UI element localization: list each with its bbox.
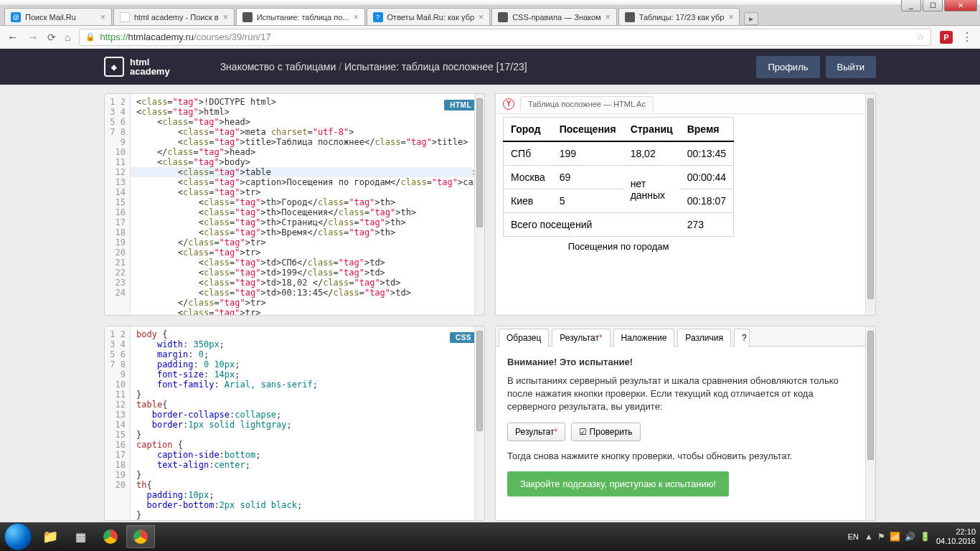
table-cell: 273 [680,213,734,237]
table-cell: 00:18:07 [680,189,734,213]
back-button[interactable]: ← [7,31,19,44]
window-maximize-button[interactable]: ☐ [923,0,943,11]
browser-tab-active[interactable]: Испытание: таблица по... × [236,8,365,25]
address-bar[interactable]: 🔒 https://htmlacademy.ru/courses/39/run/… [79,29,931,46]
css-editor-panel: CSS 1 2 3 4 5 6 7 8 9 10 11 12 13 14 15 … [104,326,485,521]
browser-tab[interactable]: html academy - Поиск в × [113,8,235,25]
alert-title: Внимание! Это испытание! [507,357,864,367]
close-icon[interactable]: × [606,12,611,22]
tray-icon[interactable]: ▲ [864,532,873,542]
table-cell: 199 [552,141,623,166]
tray-icons[interactable]: ▲ ⚑ 📶 🔊 🔋 [864,532,930,542]
favicon [242,12,253,22]
alert-body2: Тогда снова нажмите кнопку проверки, что… [507,450,864,463]
html-badge: HTML [444,100,477,110]
tab-title: Поиск Mail.Ru [25,13,76,22]
bookmark-star-icon[interactable]: ☆ [916,32,925,42]
code-area[interactable]: <class="tag">!DOCTYPE html> <class="tag"… [131,94,484,315]
html-editor[interactable]: 1 2 3 4 5 6 7 8 9 10 11 12 13 14 15 16 1… [105,94,484,315]
tab-title: Испытание: таблица по... [257,13,349,22]
css-editor[interactable]: 1 2 3 4 5 6 7 8 9 10 11 12 13 14 15 16 1… [105,326,484,520]
forward-button[interactable]: → [27,31,39,44]
close-icon[interactable]: × [479,12,484,22]
battery-icon[interactable]: 🔋 [920,532,930,542]
preview-body: ГородПосещенияСтраницВремя СПб19918,0200… [496,117,875,256]
breadcrumb: Знакомство с таблицами / Испытание: табл… [220,61,527,72]
url-host: htmlacademy.ru [128,32,194,42]
table-cell: Всего посещений [504,213,680,237]
home-button[interactable]: ⌂ [65,32,70,43]
breadcrumb-course[interactable]: Знакомство с таблицами [220,61,336,72]
close-icon[interactable]: × [223,12,228,22]
system-clock[interactable]: 22:10 04.10.2016 [936,527,976,546]
table-header: Страниц [623,118,680,142]
site-header: ◈ html academy Знакомство с таблицами / … [0,49,980,85]
close-hint-button[interactable]: Закройте подсказку, приступаю к испытани… [507,471,729,496]
close-icon[interactable]: × [728,12,733,22]
browser-menu-icon[interactable]: ⋮ [961,30,973,44]
reload-button[interactable]: ⟳ [47,32,56,43]
taskbar-chrome[interactable] [96,525,125,548]
line-gutter: 1 2 3 4 5 6 7 8 9 10 11 12 13 14 15 16 1… [105,94,131,315]
preview-tab-title: Таблица посложнее — HTML Ac [520,96,654,111]
taskbar-app[interactable]: ▦ [66,525,95,548]
code-area[interactable]: body { width: 350px; margin: 0; padding:… [131,326,484,520]
close-icon[interactable]: × [100,12,105,22]
table-cell: 00:13:45 [680,141,734,166]
browser-tab[interactable]: Таблицы: 17/23 как убр × [618,8,740,25]
flag-icon[interactable]: ⚑ [877,532,885,542]
scrollbar[interactable] [865,94,875,315]
taskbar-explorer[interactable]: 📁 [36,525,65,548]
tab-title: Ответы Mail.Ru: как убр [387,13,475,22]
scrollbar[interactable] [865,326,875,520]
lock-icon: 🔒 [85,32,95,42]
browser-tab-strip: @ Поиск Mail.Ru × html academy - Поиск в… [0,6,980,26]
close-icon[interactable]: × [354,12,359,22]
html-editor-panel: HTML 1 2 3 4 5 6 7 8 9 10 11 12 13 14 15… [104,93,485,316]
new-tab-button[interactable]: ▸ [744,12,758,25]
logout-button[interactable]: Выйти [826,56,877,78]
scrollbar[interactable] [474,326,484,520]
table-header: Посещения [552,118,623,142]
result-button[interactable]: Результат* [507,423,565,441]
browser-tab[interactable]: @ Поиск Mail.Ru × [4,8,112,25]
windows-taskbar: 📁 ▦ EN ▲ ⚑ 📶 🔊 🔋 22:10 04.10.2016 [0,522,980,551]
url-path: /courses/39/run/17 [194,32,271,42]
check-button[interactable]: ☑ Проверить [571,423,640,441]
preview-table: ГородПосещенияСтраницВремя СПб19918,0200… [503,117,734,256]
favicon: ? [373,12,383,22]
volume-icon[interactable]: 🔊 [905,532,915,542]
tab-help[interactable]: ? [734,329,750,347]
taskbar-chrome-active[interactable] [126,525,155,548]
browser-toolbar: ← → ⟳ ⌂ 🔒 https://htmlacademy.ru/courses… [0,26,980,49]
profile-button[interactable]: Профиль [756,56,819,78]
css-badge: CSS [450,332,477,343]
start-button[interactable] [4,523,32,550]
url-protocol: https:// [100,32,128,42]
favicon [625,12,635,22]
tab-overlay[interactable]: Наложение [613,329,675,347]
breadcrumb-task: Испытание: таблица посложнее [17/23] [344,61,527,72]
window-minimize-button[interactable]: _ [901,0,921,11]
favicon [498,12,508,22]
logo-shield-icon: ◈ [104,57,124,77]
language-indicator[interactable]: EN [848,532,859,541]
logo[interactable]: ◈ html academy [104,57,170,77]
tab-result[interactable]: Результат* [552,329,610,347]
tab-title: CSS-правила — Знаком [512,13,601,22]
scrollbar[interactable] [474,94,484,315]
network-icon[interactable]: 📶 [890,532,900,542]
browser-tab[interactable]: ? Ответы Mail.Ru: как убр × [367,8,491,25]
window-close-button[interactable]: ✕ [944,0,977,11]
table-cell: 18,02 [623,141,680,166]
tab-title: html academy - Поиск в [134,13,219,22]
alert-body: В испытаниях серверный результат и шкала… [507,375,864,414]
tab-diff[interactable]: Различия [677,329,731,347]
pinterest-extension-icon[interactable]: P [940,31,953,44]
table-cell: СПб [504,141,552,166]
tab-sample[interactable]: Образец [499,329,549,347]
compare-panel: Образец Результат* Наложение Различия ? … [495,326,876,521]
browser-tab[interactable]: CSS-правила — Знаком × [491,8,617,25]
table-cell: 00:00:44 [680,166,734,189]
yandex-icon: Y [503,98,514,110]
